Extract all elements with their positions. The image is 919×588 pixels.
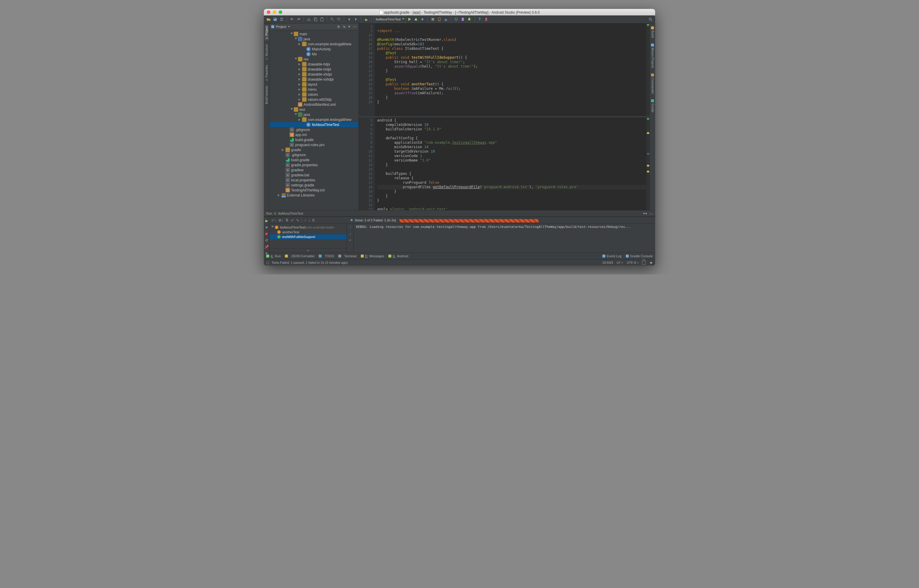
stop-icon[interactable]	[430, 16, 436, 22]
help-icon[interactable]: ?	[477, 16, 483, 22]
line-separator[interactable]: LF ÷	[617, 261, 623, 264]
android-icon[interactable]	[466, 16, 472, 22]
nav-forward-icon[interactable]	[353, 16, 359, 22]
scroll-down-icon[interactable]: ↓	[349, 231, 351, 236]
tree-node[interactable]: drawable-mdpi	[270, 67, 359, 72]
test-tree-expand-icon[interactable]: »	[270, 248, 347, 252]
scroll-up-icon[interactable]: ↑	[349, 225, 351, 229]
tree-node[interactable]: ≡.gitignore	[270, 152, 359, 157]
minimize-window-button[interactable]	[273, 10, 276, 14]
bottom-tab-todo[interactable]: TODO	[319, 254, 334, 258]
genymotion-icon[interactable]	[483, 16, 489, 22]
expand-all-icon[interactable]: ⤢	[291, 218, 294, 222]
tree-node[interactable]: ≡gradle.properties	[270, 162, 359, 168]
tree-node[interactable]: values-w820dp	[270, 97, 359, 102]
run-config-name[interactable]: ItsAboutTimeTest	[278, 212, 303, 215]
ddms-icon[interactable]	[453, 16, 459, 22]
open-file-icon[interactable]	[266, 16, 271, 22]
test-row[interactable]: ✓testWithFullIdeSupport	[270, 234, 347, 239]
debug-icon[interactable]	[413, 16, 419, 22]
tree-node[interactable]: ≡.gitignore	[270, 127, 359, 132]
stop-run-icon[interactable]: ■	[265, 225, 267, 229]
replace-icon[interactable]	[336, 16, 342, 22]
make-project-icon[interactable]	[363, 16, 369, 22]
bottom-tab-android[interactable]: 6: Android	[388, 254, 408, 258]
test-console[interactable]: DEBUG: Loading resources for com.example…	[354, 224, 655, 252]
tree-node[interactable]: res	[270, 57, 359, 61]
right-tab-commander[interactable]: Commander	[651, 72, 654, 95]
bottom-tab-run[interactable]: 4: Run	[266, 254, 281, 258]
tree-node[interactable]: External Libraries	[270, 193, 359, 198]
left-tab-build-variants[interactable]: Build Variants	[265, 85, 268, 105]
left-tab-favorites[interactable]: 2: Favorites	[265, 64, 268, 82]
tree-node[interactable]: com.example.testingallthew	[270, 42, 359, 47]
editor-bottom[interactable]: 3456789101112131415161718192021222324252…	[359, 116, 649, 210]
tree-node[interactable]: layout	[270, 82, 359, 87]
tree-node[interactable]: com.example.testingallthew	[270, 117, 359, 122]
right-tab-gradle[interactable]: Gradle	[651, 98, 654, 113]
tree-node[interactable]: build.gradle	[270, 157, 359, 162]
show-failed-icon[interactable]: ⊘↓	[278, 218, 283, 222]
left-tab-structure[interactable]: 7: Structure	[265, 43, 268, 61]
tree-node[interactable]: java	[270, 112, 359, 117]
search-everywhere-icon[interactable]	[648, 16, 653, 22]
console-more-icon[interactable]: »	[349, 238, 351, 242]
run-config-dropdown[interactable]: ItsAboutTimeTest	[373, 16, 406, 23]
tree-node[interactable]: gradle	[270, 147, 359, 152]
tree-node[interactable]: ≡settings.gradle	[270, 183, 359, 187]
tree-node[interactable]: ≡local.properties	[270, 178, 359, 183]
bottom-tab-json-formatter[interactable]: JSON Formatter	[285, 254, 315, 258]
redo-icon[interactable]	[296, 16, 302, 22]
tree-node[interactable]: ≡proguard-rules.pro	[270, 142, 359, 147]
save-all-icon[interactable]	[272, 16, 278, 22]
bottom-tab-terminal[interactable]: Terminal	[338, 254, 357, 258]
right-tab-maven-projects[interactable]: Maven Projects	[651, 42, 654, 69]
tree-node[interactable]: CItsAboutTimeTest	[270, 122, 359, 127]
tree-node[interactable]: values	[270, 92, 359, 97]
memory-monitor-icon[interactable]	[460, 16, 466, 22]
run-hide-icon[interactable]: —	[649, 212, 653, 215]
avd-manager-icon[interactable]	[436, 16, 442, 22]
run-settings-icon[interactable]: ✦▾	[643, 212, 647, 215]
bottom-tab-messages[interactable]: 0: Messages	[361, 254, 384, 258]
file-encoding[interactable]: UTF-8 ÷	[627, 261, 638, 264]
sort-icon[interactable]: ⇅	[286, 218, 288, 222]
hector-icon[interactable]: ☻	[649, 261, 653, 264]
tree-node[interactable]: drawable-hdpi	[270, 61, 359, 67]
collapse-all-icon[interactable]: ⇲	[342, 24, 346, 29]
project-view-combo[interactable]: Project	[276, 25, 290, 29]
undo-icon[interactable]	[289, 16, 295, 22]
find-icon[interactable]	[329, 16, 335, 22]
tree-node[interactable]: ⟨⟩TestingAllTheWay.iml	[270, 187, 359, 193]
right-tab-buildr[interactable]: Buildr	[651, 25, 654, 39]
next-failed-icon[interactable]: ↓	[308, 218, 310, 222]
tree-node[interactable]: ≡gradlew	[270, 168, 359, 173]
tree-node[interactable]: java	[270, 36, 359, 42]
tree-node[interactable]: ⟨⟩AndroidManifest.xml	[270, 102, 359, 107]
hide-panel-icon[interactable]: —	[353, 24, 357, 29]
show-passed-icon[interactable]: ✓↓	[271, 218, 276, 222]
tree-node[interactable]: drawable-xxhdpi	[270, 77, 359, 82]
tree-node[interactable]: test	[270, 107, 359, 112]
scroll-from-source-icon[interactable]: ⊕	[337, 24, 340, 29]
collapse-all-icon[interactable]: ⤡	[296, 218, 299, 222]
sdk-manager-icon[interactable]	[443, 16, 449, 22]
sync-icon[interactable]	[279, 16, 284, 22]
left-tab-project[interactable]: 1: Project	[265, 25, 268, 40]
tree-node[interactable]: CMe	[270, 52, 359, 57]
run-icon[interactable]	[407, 16, 412, 22]
nav-back-icon[interactable]	[346, 16, 352, 22]
tree-node[interactable]: menu	[270, 87, 359, 92]
bottom-tab-event-log[interactable]: Event Log	[602, 254, 622, 258]
restore-layout-icon[interactable]: ↺	[265, 238, 268, 242]
pin-icon[interactable]: 📌	[265, 245, 269, 249]
project-tree[interactable]: mainjavacom.example.testingallthewCMainA…	[270, 30, 359, 210]
paste-icon[interactable]	[319, 16, 325, 22]
tree-node[interactable]: drawable-xhdpi	[270, 72, 359, 77]
gear-icon[interactable]: ✹	[350, 218, 353, 222]
tree-node[interactable]: ⟨⟩app.iml	[270, 132, 359, 137]
tree-node[interactable]: ≡gradlew.bat	[270, 173, 359, 178]
export-icon[interactable]: ⎘	[312, 218, 315, 222]
rerun-icon[interactable]: ▶	[265, 219, 268, 223]
attach-debugger-icon[interactable]	[420, 16, 425, 22]
